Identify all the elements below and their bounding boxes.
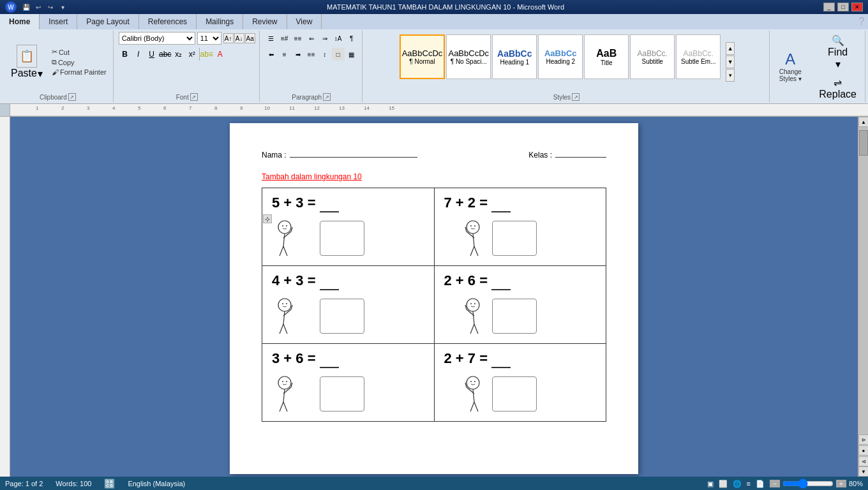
restore-button[interactable]: □ [837,3,849,11]
font-name-select[interactable]: Calibri (Body) [119,32,195,45]
font-size-buttons: A↑ A↓ Aa [223,33,255,43]
find-dropdown[interactable]: ▾ [835,58,841,70]
align-left-button[interactable]: ⬅ [265,48,278,61]
spelling-check-icon[interactable]: 🔠 [104,479,115,489]
strikethrough-button[interactable]: abc [159,48,172,61]
clipboard-dialog-launcher[interactable]: ↗ [68,93,76,101]
scroll-select-browse-button[interactable]: ● [858,445,868,456]
scroll-thumb[interactable] [859,130,868,156]
styles-dialog-launcher[interactable]: ↗ [572,93,580,101]
worksheet-title: Tambah dalam lingkungan 10 [262,172,606,181]
increase-indent-button[interactable]: ⇒ [318,32,331,45]
zoom-out-button[interactable]: − [770,480,780,487]
customize-quick-access-button[interactable]: ▾ [57,3,68,11]
style-subtle-emphasis[interactable]: AaBbCc. Subtle Em... [676,34,721,79]
style-title[interactable]: AaB Title [584,34,629,79]
styles-scroll-up-button[interactable]: ▲ [726,42,735,55]
tab-review[interactable]: Review [243,14,287,29]
tab-home[interactable]: Home [0,14,40,29]
replace-icon: ⇌ [834,77,842,89]
font-color-button[interactable]: A [214,48,227,61]
paragraph-dialog-launcher[interactable]: ↗ [323,93,331,101]
scroll-next-page-button[interactable]: ⊲ [858,456,868,466]
view-normal-icon[interactable]: ▣ [707,480,714,488]
window-controls[interactable]: _ □ ✕ [823,3,863,11]
highlight-button[interactable]: ab≡ [200,48,213,61]
ribbon-content: 📋 Paste ▾ ✂ Cut ⧉ Copy [0,29,868,103]
math-problem-1: 5 + 3 = [272,195,424,212]
thinking-figure-5 [272,373,313,415]
view-web-icon[interactable]: 🌐 [733,480,742,488]
italic-button[interactable]: I [132,48,145,61]
underline-button[interactable]: U [146,48,158,61]
svg-line-20 [280,324,283,334]
font-dialog-launcher[interactable]: ↗ [190,93,198,101]
quick-undo-button[interactable]: ↩ [33,3,43,11]
increase-font-button[interactable]: A↑ [223,33,234,43]
scroll-track[interactable] [858,127,868,434]
close-button[interactable]: ✕ [851,3,863,11]
ruler-num-8: 8 [214,105,217,111]
decrease-font-button[interactable]: A↓ [234,33,244,43]
zoom-slider[interactable] [782,480,834,487]
copy-button[interactable]: ⧉ Copy [49,57,109,67]
paste-button[interactable]: 📋 Paste ▾ [6,41,47,83]
svg-line-41 [473,389,474,402]
styles-scroll-down-button[interactable]: ▼ [726,56,735,68]
quick-redo-button[interactable]: ↪ [45,3,56,11]
align-right-button[interactable]: ➡ [292,48,304,61]
scroll-down-button[interactable]: ▼ [858,466,868,477]
zoom-in-button[interactable]: + [836,480,846,487]
replace-button[interactable]: ⇌ Replace [814,74,861,103]
scroll-up-button[interactable]: ▲ [858,117,868,127]
tab-page-layout[interactable]: Page Layout [77,14,138,29]
style-normal[interactable]: AaBbCcDc ¶ Normal [400,34,445,79]
style-no-spacing[interactable]: AaBbCcDc ¶ No Spaci... [446,34,491,79]
show-formatting-button[interactable]: ¶ [345,32,358,45]
bullets-button[interactable]: ☰ [265,32,278,45]
view-outline-icon[interactable]: ≡ [747,480,751,487]
shading-button[interactable]: □ [332,48,345,61]
help-icon[interactable]: ? [855,14,868,29]
style-heading2[interactable]: AaBbCc Heading 2 [538,34,583,79]
borders-button[interactable]: ▦ [345,48,358,61]
clear-format-button[interactable]: Aa [245,33,255,43]
styles-more-button[interactable]: ▾ [726,69,735,82]
subscript-button[interactable]: x₂ [172,48,185,61]
tab-insert[interactable]: Insert [40,14,77,29]
font-size-select[interactable]: 11 [197,32,221,45]
style-subtitle[interactable]: AaBbCc. Subtitle [630,34,675,79]
figure-svg-3 [272,295,313,337]
paste-label-row: Paste ▾ [11,68,43,80]
superscript-button[interactable]: x² [186,48,198,61]
change-styles-button[interactable]: A ChangeStyles ▾ [771,31,809,102]
bold-button[interactable]: B [119,48,131,61]
cut-button[interactable]: ✂ Cut [49,47,109,57]
sort-button[interactable]: ↕A [332,32,345,45]
svg-line-13 [470,246,474,256]
paste-dropdown-arrow[interactable]: ▾ [38,68,43,80]
tab-references[interactable]: References [139,14,197,29]
view-draft-icon[interactable]: 📄 [756,480,765,488]
tab-mailings[interactable]: Mailings [197,14,243,29]
svg-line-25 [473,311,474,324]
math-row-3: 3 + 6 = [262,344,606,422]
multilevel-button[interactable]: ≡≡ [292,32,304,45]
style-heading1[interactable]: AaBbCc Heading 1 [492,34,537,79]
align-center-button[interactable]: ≡ [278,48,291,61]
minimize-button[interactable]: _ [823,3,835,11]
tab-view[interactable]: View [287,14,322,29]
view-full-screen-icon[interactable]: ⬜ [719,480,728,488]
svg-point-16 [278,299,291,311]
numbering-button[interactable]: ≡# [278,32,291,45]
line-spacing-button[interactable]: ↕ [318,48,331,61]
table-move-handle[interactable]: ⊹ [263,214,272,223]
find-button[interactable]: 🔍 Find ▾ [814,32,861,73]
style-heading2-label: Heading 2 [546,58,575,65]
scroll-prev-page-button[interactable]: ⊳ [858,434,868,445]
decrease-indent-button[interactable]: ⇐ [305,32,318,45]
quick-save-button[interactable]: 💾 [21,3,31,11]
justify-button[interactable]: ≡≡ [305,48,318,61]
nama-underline [290,149,417,158]
format-painter-button[interactable]: 🖌 Format Painter [49,68,109,77]
